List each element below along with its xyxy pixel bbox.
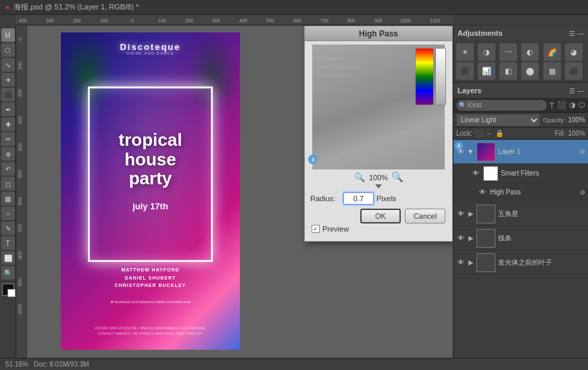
poster: Discoteque DRINK AND DANCE tropicalhouse… bbox=[61, 32, 240, 350]
adj-btn-vibrance[interactable]: ◕ bbox=[565, 43, 583, 61]
tool-history[interactable]: ↶ bbox=[1, 162, 15, 176]
layers-collapse-icon[interactable]: — bbox=[577, 87, 584, 95]
adjustments-header[interactable]: Adjustments ☰ — bbox=[454, 26, 588, 41]
lock-pixel-icon[interactable]: ⬛ bbox=[475, 130, 483, 137]
window-title: 海报.psd @ 51.2% (Layer 1, RGB/8) * bbox=[14, 2, 139, 12]
tool-shape[interactable]: ⬜ bbox=[1, 251, 15, 265]
leaves-eye[interactable]: 👁 bbox=[456, 258, 466, 267]
layer1-name: Layer 1 bbox=[498, 148, 577, 155]
adj-btn-hue[interactable]: 🌈 bbox=[543, 43, 561, 61]
svg-text:1100: 1100 bbox=[430, 18, 441, 23]
layer-item-smart-filters[interactable]: 👁 Smart Filters bbox=[454, 164, 588, 183]
adjustments-title: Adjustments bbox=[458, 29, 503, 37]
adj-btn-channel[interactable]: 📊 bbox=[478, 62, 495, 80]
layer-item-leaves[interactable]: 👁 ▶ 发光体之前的叶子 bbox=[454, 250, 588, 275]
tool-magic[interactable]: ✦ bbox=[1, 73, 15, 86]
layer-item-high-pass[interactable]: 👁 High Pass ⚙ bbox=[454, 183, 588, 202]
hue-bar[interactable] bbox=[415, 48, 434, 105]
tool-brush[interactable]: ✏ bbox=[1, 132, 15, 146]
preview-text-3: EW YORK CITY bbox=[318, 72, 360, 81]
lock-all-icon[interactable]: 🔒 bbox=[495, 130, 504, 137]
layer1-settings-icon[interactable]: ⚙ bbox=[579, 148, 585, 155]
adj-btn-solid[interactable]: ⬤ bbox=[521, 62, 539, 80]
svg-text:200: 200 bbox=[73, 18, 81, 23]
lock-label: Lock: bbox=[456, 130, 472, 137]
color-pickers bbox=[415, 48, 453, 109]
close-btn[interactable]: × bbox=[5, 3, 9, 11]
layer-item-wujiaoxing[interactable]: 👁 ▶ 五角星 bbox=[454, 202, 588, 226]
filter-icons-row[interactable]: ⬛ bbox=[557, 101, 566, 109]
adj-btn-exposure[interactable]: ◐ bbox=[521, 43, 539, 61]
poster-subtitle: DRINK AND DANCE bbox=[61, 51, 240, 55]
dialog-buttons: OK Cancel bbox=[305, 209, 452, 223]
tool-clone[interactable]: ⊕ bbox=[1, 147, 15, 161]
tool-heal[interactable]: ✚ bbox=[1, 117, 15, 131]
foreground-color[interactable] bbox=[2, 284, 14, 296]
svg-text:500: 500 bbox=[266, 18, 274, 23]
layers-menu-icon[interactable]: ☰ bbox=[569, 87, 575, 95]
tool-eyedropper[interactable]: ✒ bbox=[1, 103, 15, 116]
ruler-horizontal: 400 300 200 100 0 100 200 300 400 500 60… bbox=[16, 15, 453, 25]
xian-expand[interactable]: ▶ bbox=[468, 234, 474, 242]
panel-menu-icon[interactable]: ☰ bbox=[569, 30, 575, 37]
tool-dodge[interactable]: ○ bbox=[1, 207, 15, 220]
panel-collapse-icon[interactable]: — bbox=[577, 30, 584, 37]
smart-filters-eye[interactable]: 👁 bbox=[471, 169, 481, 178]
leaves-expand[interactable]: ▶ bbox=[468, 259, 474, 266]
blend-opacity-row: Linear Light Opacity: 100% bbox=[454, 113, 588, 128]
lock-position-icon[interactable]: ↔ bbox=[486, 130, 493, 137]
smart-filters-name: Smart Filters bbox=[501, 169, 585, 177]
brightness-bar[interactable] bbox=[435, 48, 446, 105]
layers-title: Layers bbox=[458, 86, 481, 95]
tool-gradient[interactable]: ▦ bbox=[1, 192, 15, 205]
layer-item-layer1[interactable]: 1 👁 ▼ Layer 1 ⚙ bbox=[454, 140, 588, 164]
preview-checkbox[interactable]: ✓ bbox=[312, 225, 320, 233]
adj-btn-gradient[interactable]: ▦ bbox=[543, 62, 561, 80]
filter-smart-icon[interactable]: ⬡ bbox=[579, 101, 585, 109]
svg-text:800: 800 bbox=[18, 251, 22, 259]
cancel-button[interactable]: Cancel bbox=[405, 209, 445, 223]
adj-btn-curves[interactable]: 〰 bbox=[499, 43, 517, 61]
tool-eraser[interactable]: ◻ bbox=[1, 177, 15, 190]
radius-label: Radius: bbox=[310, 194, 341, 203]
dialog-title-bar[interactable]: High Pass bbox=[305, 26, 452, 41]
adj-btn-bw[interactable]: ◧ bbox=[499, 62, 517, 80]
zoom-level: 51.16% bbox=[5, 361, 28, 368]
tool-move[interactable]: M bbox=[1, 28, 15, 42]
wujiaoxing-eye[interactable]: 👁 bbox=[456, 209, 466, 219]
filter-type-icon[interactable]: T bbox=[549, 101, 554, 109]
tool-crop[interactable]: ⬛ bbox=[1, 88, 15, 101]
svg-text:800: 800 bbox=[347, 18, 356, 23]
high-pass-settings-icon[interactable]: ⚙ bbox=[580, 189, 585, 196]
layers-search-bar: 🔍 Kind T ⬛ ◑ ⬡ bbox=[454, 98, 588, 113]
high-pass-eye[interactable]: 👁 bbox=[478, 188, 487, 197]
layers-header[interactable]: Layers ☰ — bbox=[454, 83, 588, 98]
radius-input[interactable] bbox=[343, 192, 374, 205]
tool-text[interactable]: T bbox=[1, 236, 15, 250]
layers-panel: Layers ☰ — 🔍 Kind T ⬛ bbox=[454, 83, 588, 358]
tool-lasso[interactable]: ∿ bbox=[1, 58, 15, 72]
svg-text:1000: 1000 bbox=[18, 304, 22, 315]
tool-zoom[interactable]: 🔍 bbox=[1, 266, 15, 280]
poster-social: ★ facebook.com/clubname twitter.com/club… bbox=[61, 300, 240, 304]
svg-text:400: 400 bbox=[239, 18, 247, 23]
blend-mode-select[interactable]: Linear Light bbox=[456, 114, 540, 126]
adj-btn-levels[interactable]: ◑ bbox=[478, 43, 495, 61]
wujiaoxing-expand[interactable]: ▶ bbox=[468, 210, 474, 217]
adj-btn-brightness[interactable]: ☀ bbox=[456, 43, 474, 61]
expand-arrow[interactable]: ▼ bbox=[467, 148, 474, 155]
wujiaoxing-name: 五角星 bbox=[498, 209, 585, 219]
adj-btn-pattern[interactable]: ⬛ bbox=[565, 62, 583, 80]
xian-eye[interactable]: 👁 bbox=[456, 234, 466, 243]
adj-btn-photo[interactable]: ⬛ bbox=[456, 62, 474, 80]
layer1-left: 1 👁 ▼ bbox=[456, 147, 474, 157]
zoom-out-icon[interactable]: 🔍 bbox=[354, 172, 365, 182]
tool-pen[interactable]: ✎ bbox=[1, 221, 15, 235]
filter-adj-icon[interactable]: ◑ bbox=[569, 101, 576, 109]
ok-button[interactable]: OK bbox=[360, 209, 401, 223]
layer-item-xian[interactable]: 👁 ▶ 线条 bbox=[454, 226, 588, 250]
zoom-in-icon[interactable]: 🔍 bbox=[391, 171, 403, 183]
badge-1: 1 bbox=[455, 142, 463, 150]
tool-select[interactable]: ⬡ bbox=[1, 43, 15, 57]
svg-text:1000: 1000 bbox=[400, 18, 411, 23]
